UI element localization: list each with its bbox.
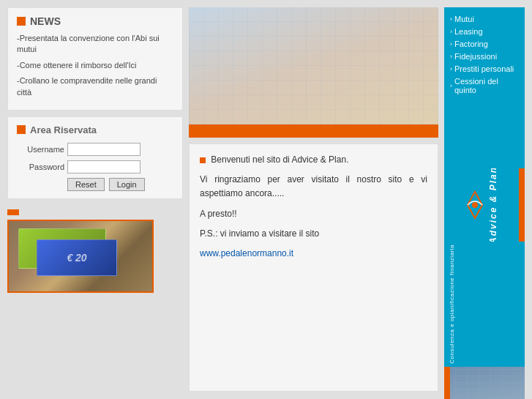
- consulting-strip: Consulenza e opianificazione finanziaria: [444, 242, 525, 367]
- orange-bar: [189, 124, 438, 138]
- arrow-icon-leasing: ›: [450, 28, 452, 35]
- right-column: › Mutui › Leasing › Factoring › Fidejuss…: [444, 7, 525, 392]
- arrow-icon-prestiti: ›: [450, 65, 452, 72]
- nav-prestiti[interactable]: › Prestiti personali: [450, 64, 519, 73]
- button-row: Reset Login: [67, 178, 173, 191]
- svg-point-0: [472, 202, 478, 208]
- nav-leasing[interactable]: › Leasing: [450, 27, 519, 36]
- welcome-line3: A presto!!: [200, 207, 427, 221]
- blueprint-overlay: [189, 7, 438, 124]
- left-column: NEWS -Presentata la convenzione con l'Ab…: [7, 7, 183, 392]
- news-item-3[interactable]: -Crollano le compravendite nelle grandi …: [17, 75, 173, 98]
- password-input[interactable]: [67, 160, 141, 174]
- welcome-orange-square: [200, 157, 206, 163]
- welcome-line1: Benvenuti nel sito di Advice & Plan.: [200, 153, 427, 167]
- brand-content: Advice & Plan: [462, 168, 507, 242]
- arrow-icon-cessioni: ›: [450, 82, 452, 89]
- orange-divider: [7, 209, 19, 215]
- right-brand-strip-bottom: [444, 367, 450, 399]
- hero-image: [189, 7, 438, 124]
- nav-mutui[interactable]: › Mutui: [450, 15, 519, 23]
- brand-strip: Advice & Plan: [444, 168, 525, 242]
- nav-cessioni[interactable]: › Cessioni del quinto: [450, 77, 519, 94]
- news-box: NEWS -Presentata la convenzione con l'Ab…: [7, 7, 183, 111]
- arrow-icon-factoring: ›: [450, 40, 452, 48]
- building-overlay: [444, 367, 525, 399]
- welcome-line2: Vi ringraziamo per aver visitato il nost…: [200, 173, 427, 201]
- brand-logo-svg: [465, 190, 485, 220]
- login-button[interactable]: Login: [109, 178, 145, 191]
- area-riservata-box: Area Riservata Username Password Reset L…: [7, 116, 183, 199]
- orange-strip: [519, 168, 525, 242]
- right-nav: › Mutui › Leasing › Factoring › Fidejuss…: [444, 7, 525, 168]
- brand-name-vertical: Advice & Plan: [488, 168, 498, 242]
- password-label: Password: [17, 163, 64, 171]
- news-item-2[interactable]: -Come ottenere il rimborso dell'Ici: [17, 60, 173, 71]
- area-orange-square: [17, 125, 26, 134]
- news-header: NEWS: [17, 15, 173, 27]
- reset-button[interactable]: Reset: [67, 178, 105, 191]
- arrow-icon-mutui: ›: [450, 15, 452, 23]
- note-20: € 20: [37, 239, 117, 276]
- arrow-icon-fidejussioni: ›: [450, 53, 452, 60]
- area-riservata-title: Area Riservata: [30, 124, 97, 135]
- euro-notes: € 50 € 20: [15, 225, 146, 287]
- welcome-line5[interactable]: www.pedalenormanno.it: [200, 247, 427, 261]
- welcome-box: Benvenuti nel sito di Advice & Plan. Vi …: [189, 143, 438, 392]
- nav-fidejussioni[interactable]: › Fidejussioni: [450, 52, 519, 61]
- welcome-line4: P.S.: vi inviamo a visitare il sito: [200, 227, 427, 241]
- money-image: € 50 € 20: [7, 220, 154, 293]
- area-riservata-header: Area Riservata: [17, 124, 173, 135]
- nav-factoring[interactable]: › Factoring: [450, 40, 519, 48]
- username-row: Username: [17, 143, 173, 156]
- welcome-text: Benvenuti nel sito di Advice & Plan. Vi …: [200, 153, 427, 261]
- news-orange-square: [17, 17, 26, 26]
- password-row: Password: [17, 160, 173, 174]
- username-label: Username: [17, 145, 64, 154]
- news-title: NEWS: [30, 15, 61, 27]
- middle-column: Benvenuti nel sito di Advice & Plan. Vi …: [189, 7, 438, 392]
- consulting-text: Consulenza e opianificazione finanziaria: [449, 245, 455, 364]
- news-item-1[interactable]: -Presentata la convenzione con l'Abi sui…: [17, 33, 173, 56]
- building-image: [444, 367, 525, 399]
- username-input[interactable]: [67, 143, 141, 156]
